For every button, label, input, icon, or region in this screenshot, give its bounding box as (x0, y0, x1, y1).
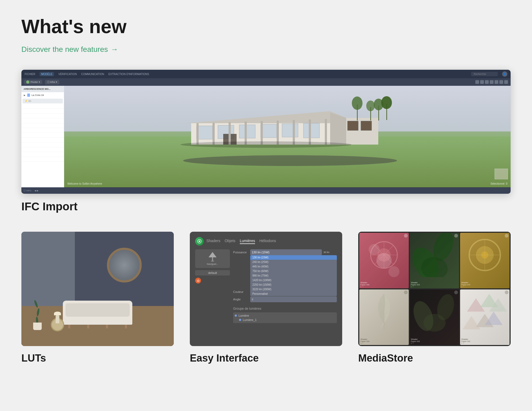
tile-3-name: Papier 070 (461, 284, 470, 286)
ifc-feature-section: FICHIER MODÈLE VÉRIFICATION COMMUNICATIO… (21, 70, 511, 213)
welcome-text: Welcome to Solibri Anywhere (67, 182, 102, 185)
easy-interface-title: Easy Interface (190, 352, 342, 364)
menu-fichier[interactable]: FICHIER (25, 73, 35, 76)
tab-lumieres[interactable]: Lumières (240, 239, 255, 244)
tile-1-count: 2 ☆ (360, 286, 369, 288)
dropdown-item-5[interactable]: 990 lm (75W) (250, 273, 337, 278)
dropdown-item-9[interactable]: Personnalisé (250, 292, 337, 296)
svg-rect-16 (229, 122, 231, 145)
discover-link[interactable]: Discover the new features → (21, 45, 118, 54)
tree-row-4 (21, 118, 64, 123)
arrow-icon: → (111, 45, 118, 54)
menu-modele[interactable]: MODÈLE (40, 72, 54, 76)
discover-link-text: Discover the new features (21, 45, 108, 54)
tile-5-count: 2 ☆ (411, 342, 420, 344)
dropdown-item-1[interactable]: 130 lm (15W) (250, 255, 337, 260)
tile-4-svg (359, 289, 409, 334)
couleur-label: Couleur (233, 290, 249, 293)
menu-verification[interactable]: VÉRIFICATION (58, 73, 77, 76)
expand-icon: ▶ (24, 94, 26, 96)
toolbar-icon-1[interactable] (475, 80, 479, 84)
tile-1-label: Shader Papier 008 2 ☆ (360, 281, 369, 288)
svg-marker-63 (463, 316, 480, 329)
svg-rect-15 (213, 123, 215, 145)
toolbar-icon-4[interactable] (490, 80, 494, 84)
tab-shaders[interactable]: Shaders (206, 239, 220, 244)
ei-content: Naviguer... default ⏻ (195, 249, 337, 341)
angle-input[interactable]: it (250, 296, 337, 302)
ms-scene: Shader Papier 008 2 ☆ (358, 232, 511, 346)
mediastore-title: MediaStore (358, 352, 511, 364)
tree-rows (21, 104, 64, 162)
leaf-1 (34, 300, 38, 308)
ms-tile-5[interactable]: Shader Papier 005 2 ☆ (410, 289, 459, 345)
puissance-input[interactable]: 130 lm (15W) (250, 249, 322, 255)
svg-point-57 (423, 314, 445, 331)
svg-rect-22 (325, 119, 327, 145)
plant-pot (33, 323, 42, 330)
page-container: What's new Discover the new features → F… (21, 16, 511, 364)
svg-rect-17 (245, 122, 247, 145)
svg-rect-7 (261, 124, 277, 138)
menu-communication[interactable]: COMMUNICATION (81, 73, 104, 76)
menu-extraction[interactable]: EXTRACTION D'INFORMATIONS (108, 73, 149, 76)
toolbar-icon-7[interactable] (504, 80, 508, 84)
tile-6-label: Shader Papier 002 1 ☆ (461, 338, 470, 344)
tab-objets[interactable]: Objets (225, 239, 235, 244)
tree-row-12 (21, 157, 64, 162)
dropdown-item-6[interactable]: 1420 lm (100W) (250, 278, 337, 282)
tree-row-8 (21, 138, 64, 142)
tile-4-type: Shader (360, 338, 369, 340)
ms-tile-2[interactable]: Shader Papier 003 1 ☆ (410, 233, 459, 288)
ms-tile-6[interactable]: Shader Papier 002 1 ☆ (460, 289, 510, 345)
luts-title: LUTs (21, 352, 174, 364)
mirror (107, 248, 142, 282)
default-label[interactable]: default (195, 270, 230, 276)
ei-left-panel: Naviguer... default ⏻ (195, 249, 230, 341)
ei-header-row: Shaders Objets Lumières Héliodons (195, 237, 337, 246)
app-main-body: ARBORESCENCE MO... ▶ La Croix 24 ⚡ 3D (21, 86, 511, 187)
svg-rect-34 (212, 257, 213, 261)
tree-row-3 (21, 114, 64, 118)
power-button[interactable]: ⏻ (195, 278, 201, 284)
ms-tile-3[interactable]: Shader Papier 070 1 ☆ (460, 233, 510, 288)
building-wrapper (70, 91, 511, 166)
pivot-button[interactable]: Pivoter ▾ (24, 80, 42, 84)
info-button[interactable]: ⓘ Infos ▾ (45, 80, 60, 84)
toolbar-icon-5[interactable] (495, 80, 498, 84)
app-logo (195, 237, 204, 246)
tile-5-name: Papier 005 (411, 340, 420, 342)
tile-6-icon (505, 290, 508, 294)
ms-tile-1[interactable]: Shader Papier 008 2 ☆ (359, 233, 409, 288)
ei-right-panel: Puissance 130 lm (15W) 30 lm 130 lm (15W… (233, 249, 337, 341)
info-label: ⓘ INFO (24, 189, 31, 192)
mediastore-card: Shader Papier 008 2 ☆ (358, 232, 511, 364)
tile-1-name: Papier 008 (360, 284, 369, 286)
dropdown-item-4[interactable]: 750 lm (60W) (250, 269, 337, 273)
angle-label: Angle (233, 298, 249, 301)
dropdown-item-3[interactable]: 445 lm (40W) (250, 264, 337, 269)
tree-item-lumiere[interactable]: Lumière (235, 314, 335, 317)
tab-heliodons[interactable]: Héliodons (259, 239, 276, 244)
puissance-row: Puissance 130 lm (15W) 30 lm (233, 249, 337, 255)
toolbar-icon-2[interactable] (480, 80, 484, 84)
building-svg (70, 91, 511, 166)
tree-dot-1 (235, 315, 237, 317)
dropdown-item-7[interactable]: 2250 lm (150W) (250, 282, 337, 287)
ei-tabs: Shaders Objets Lumières Héliodons (206, 239, 337, 244)
svg-rect-8 (282, 124, 298, 137)
tree-item-lumiere1[interactable]: Lumière_1 (235, 318, 335, 321)
group-section: Groupe de lumières (233, 306, 337, 311)
toolbar-icon-6[interactable] (499, 80, 503, 84)
power-row: ⏻ (195, 278, 230, 284)
lamp-navigate-btn: Naviguer... (207, 263, 218, 265)
dropdown-item-2[interactable]: 240 lm (25W) (250, 260, 337, 264)
search-input[interactable]: Rechercher (471, 72, 498, 76)
statusbar-right (64, 187, 511, 194)
dropdown-item-8[interactable]: 3220 lm (200W) (250, 287, 337, 292)
ms-tile-4[interactable]: Shader Papier 006 3 ☆ (359, 289, 409, 345)
3d-viewport[interactable]: Welcome to Solibri Anywhere Sélectionné:… (64, 86, 511, 187)
tree-item-root[interactable]: ▶ La Croix 24 (21, 92, 64, 98)
view-3d-label[interactable]: ⚡ 3D (22, 99, 63, 103)
toolbar-icon-3[interactable] (485, 80, 489, 84)
